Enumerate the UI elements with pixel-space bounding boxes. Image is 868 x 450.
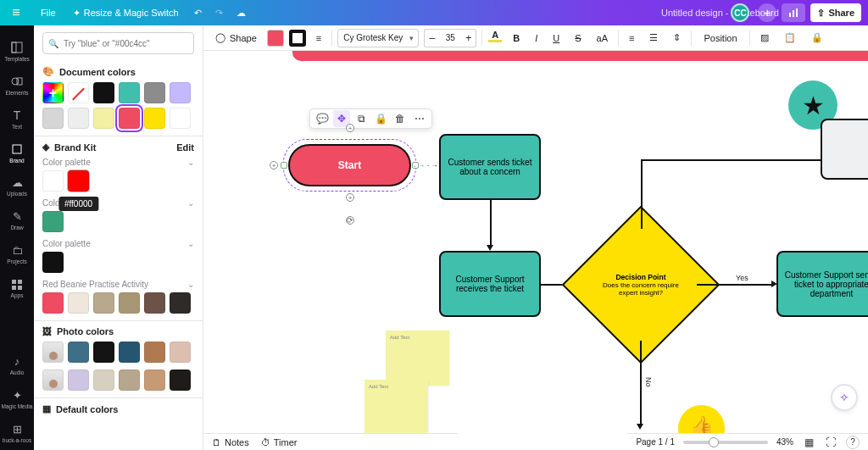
fill-color-chip[interactable]: [267, 30, 284, 47]
color-swatch[interactable]: [68, 342, 89, 363]
color-swatch[interactable]: [144, 108, 165, 129]
shape-menu-button[interactable]: ◯ Shape: [210, 29, 262, 47]
align-button[interactable]: ≡: [624, 29, 639, 47]
expand-icon[interactable]: ⌄: [187, 158, 194, 167]
transparency-button[interactable]: ▨: [755, 29, 774, 47]
color-swatch[interactable]: [170, 292, 191, 314]
expand-icon[interactable]: ⌄: [187, 239, 194, 248]
copy-style-button[interactable]: 📋: [779, 29, 801, 47]
file-menu[interactable]: File: [32, 0, 64, 25]
menu-icon[interactable]: ≡: [0, 0, 32, 25]
color-swatch[interactable]: [170, 369, 191, 391]
connector[interactable]: [641, 159, 643, 229]
font-size-value[interactable]: 35: [439, 29, 461, 47]
shape-grey-rect[interactable]: [821, 119, 868, 180]
spacing-button[interactable]: ⇕: [668, 29, 686, 47]
text-case-button[interactable]: aA: [592, 29, 613, 47]
font-size-stepper[interactable]: – 35 +: [424, 29, 476, 47]
color-swatch[interactable]: [119, 82, 140, 103]
color-swatch[interactable]: [119, 369, 140, 391]
color-swatch[interactable]: [93, 342, 114, 363]
rail-elements[interactable]: Elements: [0, 68, 34, 102]
brand-kit-edit-button[interactable]: Edit: [176, 142, 194, 153]
list-button[interactable]: ☰: [644, 29, 663, 47]
bold-button[interactable]: B: [508, 29, 525, 47]
connector[interactable]: [490, 200, 492, 247]
color-swatch[interactable]: [42, 170, 64, 192]
lock-icon[interactable]: 🔒: [372, 110, 389, 127]
color-swatch-selected[interactable]: [119, 108, 140, 129]
add-color-button[interactable]: +: [42, 82, 64, 103]
magic-ai-fab[interactable]: ✧: [832, 386, 856, 409]
undo-icon[interactable]: ↶: [187, 0, 209, 25]
photo-thumb[interactable]: [42, 369, 64, 391]
color-swatch[interactable]: [144, 292, 165, 314]
color-swatch[interactable]: [93, 369, 114, 391]
rail-magic-media[interactable]: ✦Magic Media: [0, 382, 34, 416]
rail-audio[interactable]: ♪Audio: [0, 348, 34, 382]
color-swatch[interactable]: [119, 292, 140, 314]
analytics-icon[interactable]: [782, 3, 805, 22]
color-swatch[interactable]: [68, 108, 89, 129]
whiteboard-canvas[interactable]: 💬 ✥ ⧉ 🔒 🗑 ⋯ Start ⟳ - → · → Customer sen…: [203, 51, 868, 433]
color-swatch[interactable]: [42, 108, 64, 129]
connector-yes[interactable]: [697, 284, 773, 286]
color-swatch[interactable]: [144, 369, 165, 391]
rotate-icon[interactable]: ⟳: [346, 216, 354, 225]
expand-icon[interactable]: ⌄: [187, 280, 194, 289]
avatar[interactable]: CC: [731, 3, 749, 22]
redo-icon[interactable]: ↷: [209, 0, 230, 25]
share-button[interactable]: ⇧ Share: [810, 3, 861, 22]
timer-button[interactable]: ⏱Timer: [261, 437, 298, 447]
edge-connector-bottom[interactable]: [346, 193, 354, 202]
photo-thumb[interactable]: [42, 342, 64, 363]
strikethrough-button[interactable]: S: [570, 29, 586, 47]
font-family-select[interactable]: Cy Grotesk Key: [337, 29, 419, 47]
color-swatch[interactable]: [93, 292, 114, 314]
node-customer-ticket[interactable]: Customer sends ticket about a concern: [439, 134, 541, 200]
rail-buckaroos[interactable]: ⊞buck-a-roos: [0, 416, 34, 450]
notes-button[interactable]: 🗒Notes: [212, 437, 249, 447]
resize-handle[interactable]: [281, 162, 287, 169]
edge-connector-left[interactable]: [270, 161, 278, 169]
grid-view-icon[interactable]: ▦: [802, 436, 815, 449]
color-swatch[interactable]: [42, 252, 64, 273]
delete-icon[interactable]: 🗑: [392, 110, 409, 127]
connector-start-right[interactable]: - →: [414, 162, 425, 169]
rail-templates[interactable]: Templates: [0, 34, 34, 68]
color-swatch[interactable]: [170, 108, 191, 129]
color-swatch[interactable]: [119, 342, 140, 363]
color-swatch[interactable]: [42, 211, 64, 232]
help-icon[interactable]: ?: [846, 436, 860, 449]
rail-projects[interactable]: 🗀Projects: [0, 237, 34, 271]
no-color-swatch[interactable]: [68, 82, 89, 103]
font-size-decrease[interactable]: –: [424, 29, 439, 47]
node-forward-dept[interactable]: Customer Support sends ticket to appropr…: [776, 251, 868, 317]
connector-no[interactable]: [640, 341, 642, 425]
edge-connector-top[interactable]: [346, 124, 354, 132]
color-swatch[interactable]: [68, 292, 89, 314]
color-search-field[interactable]: [64, 39, 188, 48]
page-indicator[interactable]: Page 1 / 1: [636, 437, 675, 447]
sticky-note[interactable]: Add Text: [386, 331, 449, 386]
text-color-button[interactable]: A: [487, 31, 503, 46]
resize-magic-menu[interactable]: ✦ Resize & Magic Switch: [64, 0, 187, 25]
border-style-button[interactable]: ≡: [311, 29, 326, 47]
position-button[interactable]: Position: [697, 29, 743, 47]
lock-button[interactable]: 🔒: [806, 29, 828, 47]
zoom-slider[interactable]: [683, 441, 768, 444]
underline-button[interactable]: U: [548, 29, 565, 47]
color-swatch[interactable]: [93, 108, 114, 129]
color-swatch[interactable]: [42, 292, 64, 314]
rail-brand[interactable]: Brand: [0, 136, 34, 169]
fullscreen-icon[interactable]: ⛶: [824, 436, 837, 449]
color-swatch[interactable]: [93, 82, 114, 103]
color-swatch-red[interactable]: #ff0000: [68, 170, 89, 192]
rail-text[interactable]: TText: [0, 102, 34, 136]
rail-uploads[interactable]: ☁Uploads: [0, 169, 34, 203]
duplicate-icon[interactable]: ⧉: [353, 110, 370, 127]
add-collaborator-button[interactable]: +: [758, 3, 776, 22]
rail-apps[interactable]: Apps: [0, 271, 34, 305]
sticky-note[interactable]: Add Text: [364, 380, 428, 433]
node-decision[interactable]: Decision PointDoes the concern require e…: [585, 229, 697, 341]
